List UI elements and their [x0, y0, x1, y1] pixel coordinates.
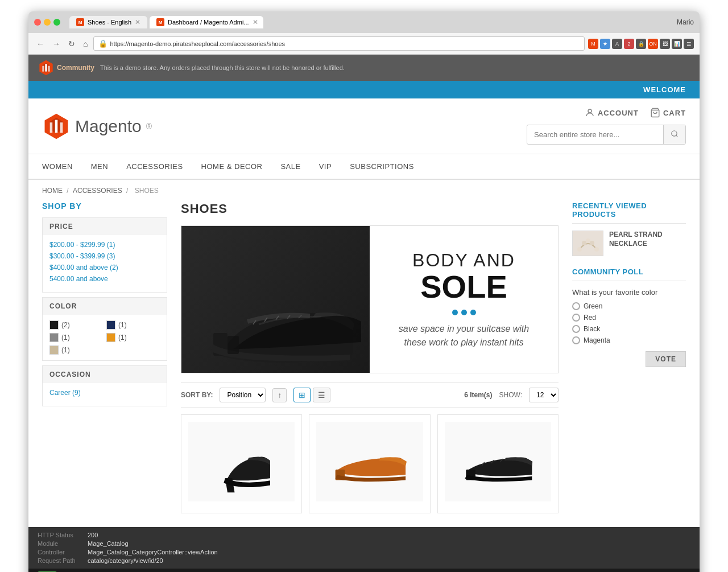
search-button[interactable] [663, 125, 685, 144]
color-filter-header: COLOR [43, 298, 167, 315]
module-value: Mage_Catalog [88, 540, 690, 547]
nav-sale[interactable]: SALE [280, 154, 300, 179]
svg-point-6 [588, 109, 592, 113]
color-swatch-tan[interactable]: (1) [49, 345, 103, 355]
forward-button[interactable]: → [50, 38, 63, 50]
tab-close-dashboard[interactable]: ✕ [253, 18, 258, 26]
nav-vip[interactable]: VIP [319, 154, 332, 179]
store-content: Community This is a demo store. Any orde… [28, 55, 700, 572]
poll-option-red[interactable]: Red [572, 314, 686, 322]
poll-question: What is your favorite color [572, 288, 686, 297]
list-view-btn[interactable]: ☰ [313, 388, 330, 402]
recently-viewed-image [572, 231, 603, 256]
close-button[interactable] [34, 19, 41, 26]
store-logo[interactable]: Magento® [42, 112, 152, 141]
menu-button[interactable]: ≡ [684, 39, 694, 49]
price-filter-400-above[interactable]: $400.00 and above (2) [49, 264, 160, 271]
price-filter-header: PRICE [43, 218, 167, 235]
back-button[interactable]: ← [34, 38, 47, 50]
shoe-illustration [191, 253, 361, 367]
request-path-value: catalog/category/view/id/20 [88, 557, 690, 564]
color-swatches: (2) (1) (1) [49, 320, 160, 355]
svg-rect-17 [228, 336, 239, 354]
svg-rect-4 [50, 122, 53, 133]
request-path-label: Request Path [38, 557, 83, 564]
pearl-necklace-svg [574, 232, 602, 255]
controller-label: Controller [38, 549, 83, 555]
store-header: Magento® ACCOUNT [28, 98, 700, 154]
sort-direction-btn[interactable]: ↑ [272, 388, 287, 402]
cart-link[interactable]: CART [650, 108, 686, 118]
breadcrumb-accessories[interactable]: ACCESSORIES [73, 187, 122, 195]
poll-option-green[interactable]: Green [572, 302, 686, 310]
breadcrumb-sep1: / [67, 187, 71, 195]
nav-subscriptions[interactable]: SUBSCRIPTIONS [350, 154, 414, 179]
minimize-button[interactable] [44, 19, 51, 26]
ext-abp: A [612, 39, 622, 49]
price-filter-5400-above[interactable]: 5400.00 and above [49, 275, 160, 283]
color-swatch-orange[interactable]: (1) [106, 333, 160, 342]
show-select[interactable]: 12 24 36 [529, 388, 559, 402]
ext-lock: 🔒 [636, 39, 646, 49]
tab-shoes[interactable]: M Shoes - English ✕ [69, 16, 147, 28]
welcome-bar: WELCOME [28, 81, 700, 98]
product-shoe-svg-2 [333, 433, 407, 490]
logo-reg: ® [146, 122, 152, 131]
debug-overlay: HTTP Status 200 Module Mage_Catalog Cont… [28, 527, 700, 572]
account-label: ACCOUNT [598, 109, 639, 117]
tab-label-shoes: Shoes - English [88, 19, 131, 26]
table-row [309, 414, 430, 513]
ext-img: 🖼 [660, 39, 670, 49]
grid-view-btn[interactable]: ⊞ [293, 388, 311, 402]
price-filter-300-399[interactable]: $300.00 - $399.99 (3) [49, 252, 160, 260]
price-filter-200-299[interactable]: $200.00 - $299.99 (1) [49, 241, 160, 249]
color-filter: COLOR (2) (1) [42, 297, 167, 361]
swatch-box-black1 [49, 320, 59, 330]
header-right: ACCOUNT CART [527, 108, 686, 145]
account-icon [585, 108, 595, 118]
main-content: SHOES [181, 201, 559, 513]
recently-viewed-title: RECENTLY VIEWED PRODUCTS [572, 201, 686, 224]
right-sidebar: RECENTLY VIEWED PRODUCTS PEARL STRAND NE… [572, 201, 686, 513]
debug-panel: HTTP Status 200 Module Mage_Catalog Cont… [28, 527, 700, 569]
breadcrumb-sep2: / [126, 187, 130, 195]
nav-women[interactable]: WOMEN [42, 154, 73, 179]
main-layout: SHOP BY PRICE $200.00 - $299.99 (1) $300… [28, 201, 700, 527]
breadcrumb-home[interactable]: HOME [42, 187, 63, 195]
svg-rect-0 [45, 64, 47, 71]
tab-dashboard[interactable]: M Dashboard / Magento Admi... ✕ [150, 16, 263, 28]
nav-men[interactable]: MEN [91, 154, 108, 179]
swatch-box-gray [49, 333, 59, 342]
occasion-career[interactable]: Career (9) [49, 389, 160, 397]
svg-rect-1 [42, 66, 44, 72]
search-input[interactable] [527, 126, 663, 143]
poll-title: COMMUNITY POLL [572, 268, 686, 281]
browser-extensions: M ★ A 2 🔒 ON 🖼 📊 ≡ [588, 39, 694, 49]
color-swatch-navy[interactable]: (1) [106, 320, 160, 330]
tab-close-shoes[interactable]: ✕ [135, 18, 140, 26]
home-button[interactable]: ⌂ [81, 38, 90, 50]
url-secure-icon: 🔒 [98, 39, 107, 48]
category-banner: BODY AND SOLE save space in your suitcas… [181, 225, 559, 373]
account-link[interactable]: ACCOUNT [585, 108, 639, 118]
poll-radio-red [572, 314, 580, 322]
product-grid [181, 414, 559, 513]
reload-button[interactable]: ↻ [66, 38, 77, 50]
nav-home-decor[interactable]: HOME & DECOR [201, 154, 263, 179]
nav-accessories[interactable]: ACCESSORIES [126, 154, 183, 179]
maximize-button[interactable] [53, 19, 60, 26]
banner-dots [452, 310, 476, 315]
ext-badge: 2 [624, 39, 634, 49]
search-icon [671, 130, 679, 138]
banner-text: BODY AND SOLE save space in your suitcas… [370, 226, 558, 373]
url-bar[interactable]: 🔒 https://magento-demo.piratesheeplocal.… [93, 36, 585, 51]
tab-favicon-shoes: M [76, 18, 84, 26]
ext-star: ★ [600, 39, 610, 49]
color-swatch-black1[interactable]: (2) [49, 320, 103, 330]
sort-select[interactable]: Position Name Price [220, 388, 266, 402]
poll-option-magenta[interactable]: Magenta [572, 336, 686, 344]
color-swatch-gray[interactable]: (1) [49, 333, 103, 342]
vote-button[interactable]: VOTE [646, 351, 686, 367]
poll-option-black[interactable]: Black [572, 325, 686, 333]
svg-point-8 [672, 131, 677, 136]
